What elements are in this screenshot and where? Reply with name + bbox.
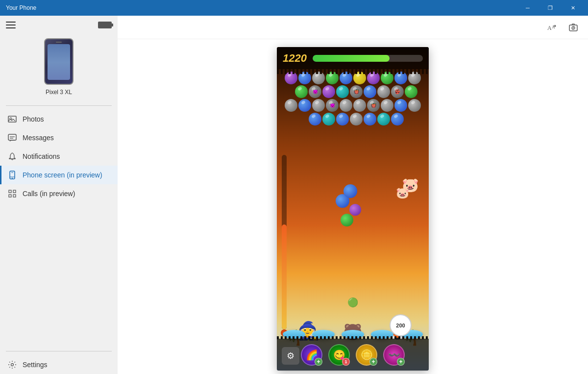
bubble [336,113,349,125]
power-up-coin[interactable]: 🪙 + [356,344,377,366]
battery-icon [98,22,112,28]
bubble [350,113,363,125]
font-size-button[interactable]: A A [543,19,561,36]
sidebar-bottom: Settings [0,349,118,374]
sidebar-item-notifications[interactable]: Notifications [0,147,118,166]
bubble [377,113,390,125]
svg-point-7 [12,178,13,179]
score-bubble-display: 200 [390,314,412,336]
monster-bubble: 😈 [326,99,339,112]
game-toolbar: ⚙ 🌈 + 😋 1 🪙 + [277,339,429,371]
sidebar-item-label: Notifications [23,152,60,160]
svg-point-17 [573,27,574,28]
svg-point-12 [11,364,14,366]
monster-bubble: 😈 [309,85,321,98]
power-up-plus-badge: + [315,358,322,366]
bubble-area: 😈 👹 👺 [277,69,429,177]
floating-bubble [343,184,357,198]
main-toolbar: A A [118,16,588,39]
bubble [377,85,390,98]
bubble [364,85,376,98]
bubble [285,99,297,112]
close-button[interactable]: ✕ [562,0,584,16]
bubble [340,99,352,112]
game-screen: 1220 [277,47,429,371]
bubble [295,85,308,98]
power-up-rainbow[interactable]: 🌈 + [301,344,322,366]
sidebar-item-label: Photos [23,115,44,123]
app-content: Pixel 3 XL Photos [0,16,588,374]
floating-bubble [349,204,361,216]
bubble [391,113,404,125]
sidebar-item-label: Settings [23,361,48,369]
svg-rect-8 [9,190,11,193]
sidebar-header [0,20,118,30]
power-up-pacman[interactable]: 😋 1 [328,344,350,366]
bubble [353,99,366,112]
svg-rect-2 [8,134,16,140]
font-icon: A A [547,23,557,32]
camera-icon [568,23,578,32]
power-up-plus-badge: + [397,358,405,366]
floating-bubble [341,214,353,226]
restore-button[interactable]: ❐ [539,0,562,16]
spike-border-top [277,69,429,74]
phone-name: Pixel 3 XL [46,89,72,96]
sidebar-item-settings[interactable]: Settings [0,355,118,374]
photo-icon [8,115,17,124]
phone-screen-frame[interactable]: 1220 [277,47,429,371]
hamburger-icon[interactable] [6,22,16,28]
game-settings-button[interactable]: ⚙ [282,347,299,365]
sidebar-item-messages[interactable]: Messages [0,128,118,147]
bubble [322,113,335,125]
sidebar-item-calls[interactable]: Calls (in preview) [0,184,118,203]
bubble [312,99,325,112]
svg-text:A: A [547,25,552,31]
sidebar-item-photos[interactable]: Photos [0,110,118,128]
gear-icon: ⚙ [287,350,294,361]
power-up-special[interactable]: 〰️ + [383,344,405,366]
screenshot-button[interactable] [564,19,582,36]
phone-screen-icon [8,171,17,179]
creatures-display: 🐷 [396,187,409,199]
sidebar-item-label: Phone screen (in preview) [23,171,102,179]
progress-bar [313,55,423,62]
hamburger-line [6,27,16,28]
bubble [309,113,321,125]
bubble [364,113,376,125]
message-icon [8,133,17,142]
power-up-count-badge: 1 [342,358,350,366]
phone-screen-area: 1220 [118,39,588,374]
power-up-plus-badge: + [369,358,377,366]
titlebar: Your Phone ─ ❐ ✕ [0,0,588,16]
bubble [336,85,349,98]
monster-bubble: 👺 [391,85,404,98]
sidebar: Pixel 3 XL Photos [0,16,118,374]
phone-thumbnail [44,38,74,85]
sidebar-item-label: Calls (in preview) [23,190,75,198]
score-bar: 1220 [277,47,429,69]
sidebar-item-phone-screen[interactable]: Phone screen (in preview) [0,166,118,184]
svg-rect-9 [13,190,16,193]
bubble [408,99,421,112]
settings-icon [8,360,17,369]
bubble [394,99,407,112]
main-content: A A 1220 [118,16,588,374]
bubble [405,85,417,98]
svg-rect-10 [9,195,11,197]
app-title: Your Phone [6,4,36,11]
monster-bubble: 👹 [367,99,380,112]
phone-display: Pixel 3 XL [0,34,118,103]
bubble [322,85,335,98]
window-controls: ─ ❐ ✕ [516,0,584,16]
minimize-button[interactable]: ─ [516,0,539,16]
sidebar-item-label: Messages [23,134,54,142]
progress-bar-fill [313,55,390,62]
bubble [298,99,311,112]
bubble [381,99,393,112]
monster-bubble: 👹 [350,85,363,98]
hamburger-line [6,25,16,25]
bell-icon [8,152,17,161]
hamburger-line [6,22,16,23]
sidebar-bottom-divider [6,351,112,351]
